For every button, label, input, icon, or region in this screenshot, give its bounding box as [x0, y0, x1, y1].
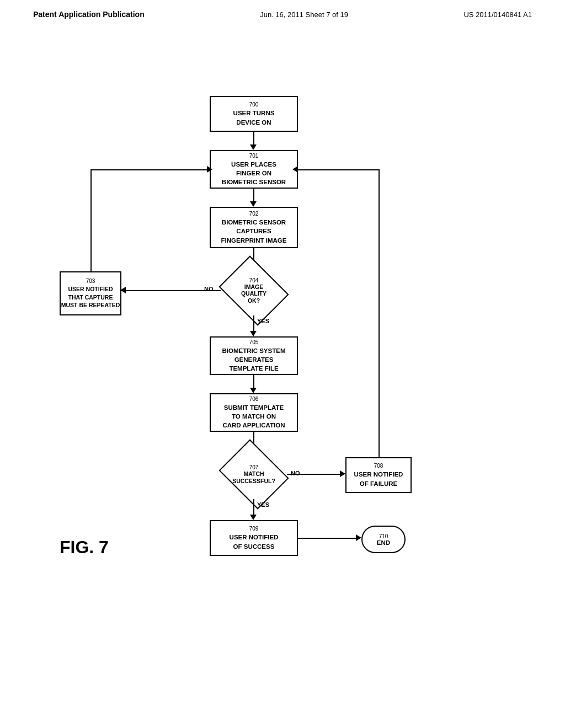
arrow-701-702: [253, 189, 254, 202]
label-yes-704: YES: [257, 318, 269, 324]
arrowhead-701-702: [250, 201, 257, 207]
label-no-707: NO: [291, 470, 300, 477]
figure-label: FIG. 7: [60, 537, 109, 558]
arrowhead-704-705: [250, 331, 257, 336]
node-704-diamond: 704 IMAGE QUALITY OK?: [221, 266, 287, 315]
arrowhead-703-701: [207, 166, 212, 173]
arrowhead-707-709: [250, 515, 257, 520]
arrow-703-right: [90, 169, 210, 170]
node-704-label: IMAGE QUALITY OK?: [241, 283, 266, 304]
node-710: 710 END: [361, 526, 406, 553]
arrow-703-up: [90, 169, 92, 271]
node-705: 705 BIOMETRIC SYSTEM GENERATES TEMPLATE …: [210, 336, 298, 375]
label-no-704: NO: [204, 286, 214, 292]
arrow-707-708-h: [287, 474, 342, 475]
node-710-label: END: [377, 539, 390, 546]
node-705-label: BIOMETRIC SYSTEM GENERATES TEMPLATE FILE: [222, 346, 285, 373]
flowchart-diagram: 700 USER TURNS DEVICE ON 701 USER PLACES…: [0, 30, 565, 692]
header-publication: Patent Application Publication: [33, 10, 145, 19]
page-header: Patent Application Publication Jun. 16, …: [0, 0, 565, 19]
node-708: 708 USER NOTIFIED OF FAILURE: [345, 457, 412, 493]
node-707-diamond: 707 MATCH SUCCESSFUL?: [221, 449, 287, 499]
arrowhead-708-701: [292, 166, 298, 173]
node-702: 702 BIOMETRIC SENSOR CAPTURES FINGERPRIN…: [210, 207, 298, 248]
arrow-700-701: [253, 132, 254, 146]
arrow-704-705: [253, 315, 254, 332]
arrow-709-710-h: [298, 538, 358, 539]
arrowhead-709-710: [356, 534, 361, 541]
node-701: 701 USER PLACES FINGER ON BIOMETRIC SENS…: [210, 150, 298, 189]
arrowhead-700-701: [250, 144, 257, 150]
arrow-705-706: [253, 375, 254, 389]
node-706-label: SUBMIT TEMPLATE TO MATCH ON CARD APPLICA…: [222, 403, 285, 430]
header-patent-number: US 2011/0140841 A1: [463, 10, 532, 19]
arrow-704-703-h: [126, 290, 221, 291]
node-709: 709 USER NOTIFIED OF SUCCESS: [210, 520, 298, 556]
label-yes-707: YES: [257, 501, 269, 508]
arrow-708-up: [379, 169, 380, 457]
node-703-label: USER NOTIFIED THAT CAPTURE MUST BE REPEA…: [61, 285, 120, 309]
node-703: 703 USER NOTIFIED THAT CAPTURE MUST BE R…: [60, 271, 121, 315]
node-709-label: USER NOTIFIED OF SUCCESS: [230, 533, 279, 550]
node-708-label: USER NOTIFIED OF FAILURE: [354, 470, 403, 488]
node-700: 700 USER TURNS DEVICE ON: [210, 96, 298, 132]
arrowhead-707-708: [340, 470, 345, 477]
node-702-label: BIOMETRIC SENSOR CAPTURES FINGERPRINT IM…: [221, 218, 287, 244]
arrow-708-right-to-701: [298, 169, 379, 170]
header-date-sheet: Jun. 16, 2011 Sheet 7 of 19: [260, 10, 348, 19]
arrow-707-709: [253, 499, 254, 516]
arrowhead-705-706: [250, 388, 257, 393]
node-700-label: USER TURNS DEVICE ON: [233, 109, 275, 126]
node-706: 706 SUBMIT TEMPLATE TO MATCH ON CARD APP…: [210, 393, 298, 432]
node-707-label: MATCH SUCCESSFUL?: [232, 470, 275, 484]
node-701-label: USER PLACES FINGER ON BIOMETRIC SENSOR: [222, 160, 286, 186]
